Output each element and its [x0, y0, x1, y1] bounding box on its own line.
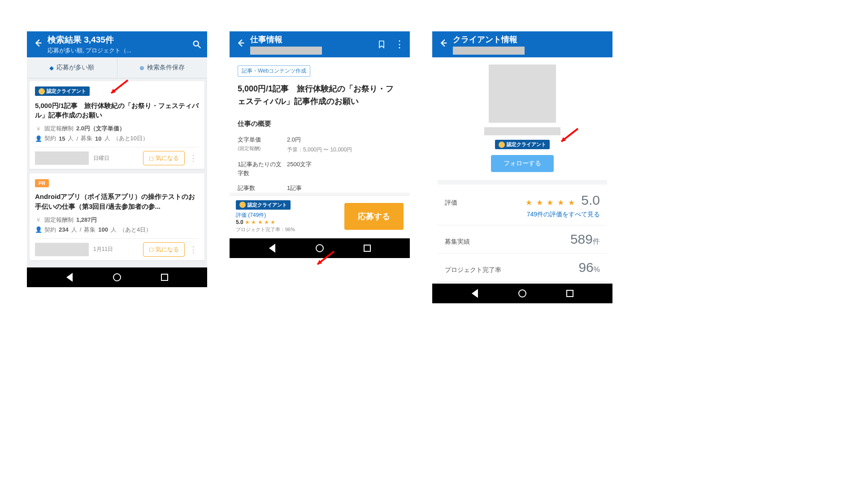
screen-job-detail: 仕事情報 ⋮ 記事・Webコンテンツ作成 5,000円/1記事 旅行体験紀の「お… — [230, 31, 410, 258]
category-tag[interactable]: 記事・Webコンテンツ作成 — [238, 65, 310, 77]
header: クライアント情報 — [432, 31, 612, 57]
more-icon[interactable]: ⋮ — [394, 39, 405, 50]
more-icon[interactable]: ⋮ — [187, 245, 199, 254]
header-title: クライアント情報 — [453, 34, 608, 45]
contract-count: 15 — [59, 135, 65, 142]
result-card[interactable]: 認定クライアント 5,000円/1記事 旅行体験紀の「お祭り・フェスティバル」記… — [30, 81, 204, 169]
header-title: 仕事情報 — [250, 34, 376, 45]
recruit-label: 募集 — [81, 134, 92, 142]
person-icon: 👤 — [35, 135, 42, 142]
job-title: 5,000円/1記事 旅行体験紀の「お祭り・フェスティバル」記事作成のお願い — [238, 83, 402, 108]
nav-home-icon[interactable] — [517, 289, 527, 298]
favorite-button[interactable]: ◻ 気になる — [143, 151, 185, 165]
pr-badge: PR — [35, 179, 49, 187]
completion-rate: プロジェクト完了率：96% — [236, 226, 338, 233]
favorite-button[interactable]: ◻ 気になる — [143, 242, 185, 257]
sort-label: 応募が多い順 — [56, 64, 94, 72]
price-row: ¥ 固定報酬制 1,287円 — [35, 216, 199, 224]
nav-back-icon[interactable] — [267, 243, 277, 253]
save-search-button[interactable]: ⊕ 検索条件保存 — [117, 57, 208, 78]
bookmark-icon: ◻ — [149, 155, 154, 162]
card-footer: 1月11日 ◻ 気になる ⋮ — [35, 238, 199, 257]
person-icon: 👤 — [35, 226, 42, 233]
stat-label: 募集実績 — [445, 238, 470, 246]
nav-back-icon[interactable] — [65, 272, 74, 282]
nav-back-icon[interactable] — [470, 289, 480, 298]
results-list: 認定クライアント 5,000円/1記事 旅行体験紀の「お祭り・フェスティバル」記… — [27, 78, 207, 267]
android-navbar — [432, 284, 612, 303]
screen-client-info: クライアント情報 認定クライアント フォローする 評価 ★ ★ ★ ★ ★ 5.… — [432, 31, 612, 303]
job-body: 記事・Webコンテンツ作成 5,000円/1記事 旅行体験紀の「お祭り・フェステ… — [230, 57, 410, 193]
header-title-block: 検索結果 3,435件 応募が多い順, プロジェクト（... — [45, 34, 191, 55]
rating-score: 5.0 — [581, 193, 600, 207]
nav-home-icon[interactable] — [315, 243, 325, 253]
stat-rating[interactable]: 評価 ★ ★ ★ ★ ★ 5.0 749件の評価をすべて見る — [438, 185, 607, 225]
spec-row-charcount: 1記事あたりの文字数 2500文字 — [238, 160, 402, 177]
card-footer: 日曜日 ◻ 気になる ⋮ — [35, 147, 199, 165]
spec-row-price: 文字単価 (固定報酬) 2.0円 予算：5,000円 〜 10,000円 — [238, 135, 402, 154]
nav-recent-icon[interactable] — [160, 272, 169, 282]
spec-sublabel: (固定報酬) — [238, 146, 261, 151]
android-navbar — [230, 238, 410, 258]
recruit-row: 👤 契約 15 人 / 募集 10 人 （あと10日） — [35, 134, 199, 142]
price-row: ¥ 固定報酬制 2.0円（文字単価） — [35, 125, 199, 133]
nav-recent-icon[interactable] — [565, 289, 575, 298]
header-subtitle-masked — [453, 47, 525, 55]
favorite-label: 気になる — [156, 154, 179, 162]
nav-recent-icon[interactable] — [362, 243, 372, 253]
yen-icon: ¥ — [35, 216, 42, 223]
recruit-row: 👤 契約 234 人 / 募集 100 人 （あと4日） — [35, 226, 199, 234]
section-heading: 仕事の概要 — [238, 120, 402, 128]
screen-search-results: 検索結果 3,435件 応募が多い順, プロジェクト（... ◆ 応募が多い順 … — [27, 31, 207, 287]
header: 検索結果 3,435件 応募が多い順, プロジェクト（... — [27, 31, 207, 57]
client-mini[interactable]: 認定クライアント 評価 (749件) 5.0 ★ ★ ★ ★ ★ プロジェクト完… — [236, 200, 338, 233]
client-body: 認定クライアント フォローする 評価 ★ ★ ★ ★ ★ 5.0 749件の評価… — [432, 57, 612, 284]
bookmark-icon[interactable] — [376, 39, 387, 50]
sort-button[interactable]: ◆ 応募が多い順 — [27, 57, 117, 78]
post-date: 1月11日 — [93, 246, 113, 253]
stat-label: 評価 — [445, 199, 457, 207]
svg-point-0 — [194, 41, 199, 46]
contract-label: 契約 — [44, 134, 56, 142]
price-value: 1,287円 — [76, 216, 97, 224]
back-icon[interactable] — [234, 38, 247, 51]
client-name-masked — [484, 127, 560, 135]
badge-icon — [499, 142, 505, 148]
stat-sections: 評価 ★ ★ ★ ★ ★ 5.0 749件の評価をすべて見る 募集実績 589件… — [438, 180, 607, 282]
apply-button[interactable]: 応募する — [344, 203, 404, 230]
header-title: 検索結果 3,435件 — [48, 34, 191, 46]
rating-link[interactable]: 評価 (749件) — [236, 211, 338, 219]
stat-recruited: 募集実績 589件 — [438, 225, 607, 254]
back-icon[interactable] — [31, 38, 45, 51]
header: 仕事情報 ⋮ — [230, 31, 410, 57]
more-icon[interactable]: ⋮ — [187, 153, 199, 163]
stat-completion: プロジェクト完了率 96% — [438, 254, 607, 282]
job-title: 5,000円/1記事 旅行体験紀の「お祭り・フェスティバル」記事作成のお願い — [35, 101, 199, 121]
stars-icon: ★ ★ ★ ★ ★ — [245, 219, 275, 225]
all-reviews-link[interactable]: 749件の評価をすべて見る — [445, 211, 600, 219]
client-thumb — [35, 243, 89, 256]
client-thumb — [35, 151, 89, 165]
nav-home-icon[interactable] — [112, 272, 122, 282]
stat-value: 96 — [578, 260, 593, 275]
follow-button[interactable]: フォローする — [491, 155, 554, 172]
spec-label: 文字単価 — [238, 136, 261, 143]
badge-icon — [239, 202, 246, 208]
rating-score: 5.0 — [236, 219, 243, 225]
plus-circle-icon: ⊕ — [139, 65, 144, 71]
header-subtitle-masked — [250, 47, 322, 55]
price-label: 固定報酬制 — [44, 125, 74, 133]
search-icon[interactable] — [191, 39, 203, 50]
certified-client-badge: 認定クライアント — [236, 200, 291, 210]
spec-value: 2.0円 — [287, 136, 301, 143]
recruit-count: 10 — [95, 135, 101, 142]
stat-label: プロジェクト完了率 — [445, 266, 501, 274]
android-navbar — [27, 267, 207, 287]
back-icon[interactable] — [437, 38, 450, 51]
price-label: 固定報酬制 — [44, 216, 74, 224]
result-card[interactable]: PR Androidアプリ（ポイ活系アプリ）の操作テストのお手伝いの仕事（第3回… — [30, 173, 204, 260]
spec-label: 1記事あたりの文字数 — [238, 160, 287, 177]
avatar — [489, 65, 556, 123]
badge-icon — [39, 88, 45, 95]
sort-icon: ◆ — [49, 65, 54, 71]
